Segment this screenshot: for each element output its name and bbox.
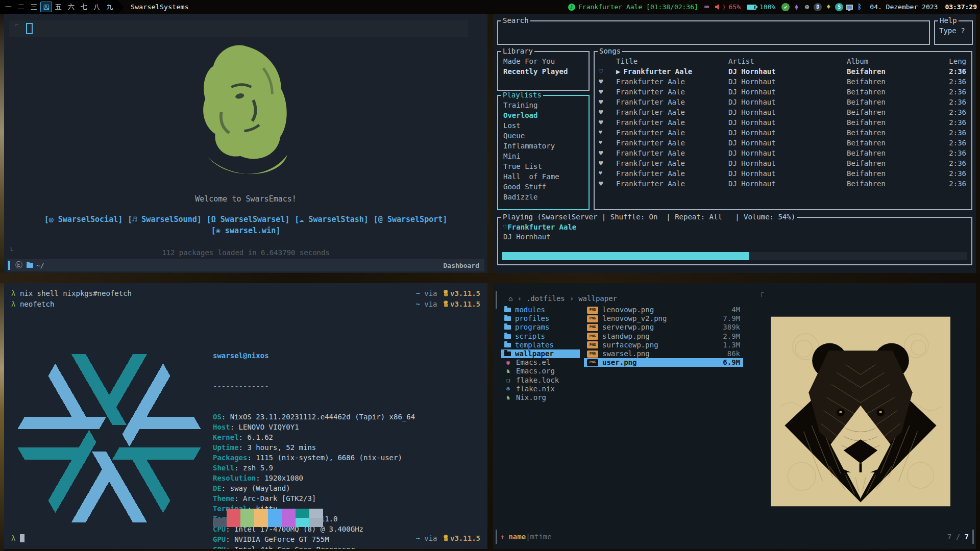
workspace-1[interactable]: 一 (2, 2, 15, 12)
dir-row-flake.nix[interactable]: ❄flake.nix (501, 385, 580, 393)
chevron-icon: › (517, 294, 521, 303)
liked-heart-icon[interactable]: ♥ (599, 77, 616, 87)
workspace-4[interactable]: 四 (40, 2, 52, 12)
liked-heart-icon[interactable]: ♥ (599, 179, 616, 189)
playlist-item[interactable]: Overload (503, 110, 589, 120)
progress-track[interactable] (502, 252, 967, 260)
bluetooth-icon[interactable]: ᛒ (855, 3, 864, 11)
song-row[interactable]: ♥Frankfurter AaleDJ HornhautBeifahren2:3… (595, 138, 971, 148)
playlist-item[interactable]: Inflammatory (503, 141, 589, 151)
song-row[interactable]: ♥Frankfurter AaleDJ HornhautBeifahren2:3… (595, 128, 971, 138)
dir-row-Nix.org[interactable]: ♞Nix.org (501, 393, 580, 402)
sort-alt-key[interactable]: |mtime (526, 533, 552, 541)
sort-key[interactable]: name (508, 533, 526, 541)
song-row[interactable]: ♥Frankfurter AaleDJ HornhautBeifahren2:3… (595, 168, 971, 179)
display-icon[interactable] (846, 5, 853, 10)
library-item[interactable]: Recently Played (503, 66, 589, 77)
song-length: 2:36 (947, 138, 966, 148)
file-row-standwp.png[interactable]: PNGstandwp.png2.9M (584, 332, 743, 341)
workspace-5[interactable]: 五 (52, 2, 65, 12)
now-playing-module[interactable]: ♪ Frankfurter Aale [01:38/02:36] (568, 3, 698, 11)
song-title: Frankfurter Aale (616, 77, 728, 87)
bird-icon[interactable]: ♦ (824, 3, 832, 11)
playlist-item[interactable]: Good Stuff (503, 182, 589, 192)
sort-direction-icon[interactable]: ↑ (500, 533, 504, 541)
discord-icon[interactable]: D (814, 3, 822, 11)
workspace-7[interactable]: 七 (78, 2, 90, 12)
scrollbar[interactable] (496, 530, 497, 544)
updates-check-icon[interactable]: ✔ (781, 3, 790, 11)
workspace-8[interactable]: 八 (90, 2, 103, 12)
file-row-serverwp.png[interactable]: PNGserverwp.png389k (584, 323, 743, 332)
dashboard-link-4[interactable]: [☁ SwarselStash] (295, 215, 369, 224)
dashboard-link-2[interactable]: [♬ SwarselSound] (128, 215, 202, 224)
scrollbar[interactable] (496, 291, 497, 309)
liked-heart-icon[interactable]: ♥ (599, 168, 616, 179)
dir-row-profiles[interactable]: profiles (501, 314, 580, 323)
file-row-user.png[interactable]: PNGuser.png6.9M (584, 358, 743, 367)
breadcrumb-dotfiles[interactable]: .dotfiles (526, 294, 565, 303)
song-row[interactable]: ♡▶Frankfurter AaleDJ HornhautBeifahren2:… (595, 66, 971, 77)
file-row-lenovowp.png[interactable]: PNGlenovowp.png4M (584, 306, 743, 314)
workspace-9[interactable]: 九 (103, 2, 116, 12)
terminal-window[interactable]: λ nix shell nixpkgs#neofetch ~ via v3.11… (4, 283, 487, 549)
playlist-item[interactable]: Hall of Fame (503, 171, 589, 182)
song-row[interactable]: ♥Frankfurter AaleDJ HornhautBeifahren2:3… (595, 148, 971, 158)
home-icon[interactable]: ⌂ (508, 294, 512, 303)
dir-row-modules[interactable]: modules (501, 306, 580, 314)
volume-module[interactable]: ) 65% (715, 3, 741, 11)
search-box[interactable]: Search (497, 20, 930, 45)
dashboard-link-5[interactable]: [@ SwarselSport] (374, 215, 448, 224)
dir-name: Emacs.el (516, 358, 550, 367)
liked-heart-icon[interactable]: ♥ (599, 138, 616, 148)
breadcrumb-wallpaper[interactable]: wallpaper (578, 294, 617, 303)
workspace-3[interactable]: 三 (28, 2, 40, 12)
song-row[interactable]: ♥Frankfurter AaleDJ HornhautBeifahren2:3… (595, 77, 971, 87)
song-row[interactable]: ♥Frankfurter AaleDJ HornhautBeifahren2:3… (595, 97, 971, 107)
emacs-header-line[interactable]: ⌐ (9, 20, 468, 37)
keyboard-icon[interactable]: ⌨ (704, 3, 709, 12)
shield-icon[interactable]: ⬧ (792, 3, 800, 11)
playlist-item[interactable]: Lost (503, 120, 589, 131)
dir-row-scripts[interactable]: scripts (501, 332, 580, 341)
dir-row-Emacs.org[interactable]: ♞Emacs.org (501, 367, 580, 375)
playlist-item[interactable]: Queue (503, 131, 589, 141)
dir-row-templates[interactable]: templates (501, 341, 580, 349)
file-row-swarsel.png[interactable]: PNGswarsel.png86k (584, 349, 743, 358)
playlist-item[interactable]: True List (503, 161, 589, 171)
library-item[interactable]: Made For You (503, 56, 589, 66)
file-row-surfacewp.png[interactable]: PNGsurfacewp.png1.3M (584, 341, 743, 349)
dir-row-programs[interactable]: programs (501, 323, 580, 332)
workspace-6[interactable]: 六 (65, 2, 78, 12)
dir-row-Emacs.el[interactable]: ◉Emacs.el (501, 358, 580, 367)
song-row[interactable]: ♥Frankfurter AaleDJ HornhautBeifahren2:3… (595, 87, 971, 97)
song-row[interactable]: ♥Frankfurter AaleDJ HornhautBeifahren2:3… (595, 117, 971, 128)
liked-heart-icon[interactable]: ♥ (599, 128, 616, 138)
song-row[interactable]: ♥Frankfurter AaleDJ HornhautBeifahren2:3… (595, 179, 971, 189)
swarsel-win-link[interactable]: [❀ swarsel.win] (211, 226, 280, 235)
dir-row-flake.lock[interactable]: ❏flake.lock (501, 376, 580, 385)
liked-heart-icon[interactable]: ♡ (599, 66, 616, 77)
dir-row-wallpaper[interactable]: wallpaper (501, 349, 580, 358)
snowflake-applet-icon[interactable]: ❆ (803, 3, 811, 11)
liked-heart-icon[interactable]: ♥ (599, 97, 616, 107)
playlist-item[interactable]: Mini (503, 151, 589, 161)
terminal-prompt-line[interactable]: λ ~ via v3.11.5 (4, 533, 487, 544)
playlist-item[interactable]: Training (503, 100, 589, 110)
liked-heart-icon[interactable]: ♥ (599, 107, 616, 117)
song-row[interactable]: ♥Frankfurter AaleDJ HornhautBeifahren2:3… (595, 107, 971, 117)
scrollbar[interactable] (972, 530, 974, 544)
song-row[interactable]: ♥Frankfurter AaleDJ HornhautBeifahren2:3… (595, 158, 971, 168)
liked-heart-icon[interactable]: ♥ (599, 148, 616, 158)
playlist-item[interactable]: Badizzle (503, 192, 589, 202)
dashboard-link-3[interactable]: [Ω SwarselSwarsel] (207, 215, 290, 224)
liked-heart-icon[interactable]: ♥ (599, 158, 616, 168)
workspace-2[interactable]: 二 (15, 2, 28, 12)
liked-heart-icon[interactable]: ♥ (599, 117, 616, 128)
syncthing-icon[interactable]: S (835, 3, 843, 11)
dashboard-link-1[interactable]: [◎ SwarselSocial] (44, 215, 123, 224)
battery-module[interactable]: 100% (747, 3, 775, 11)
file-row-lenovowp_v2.png[interactable]: PNGlenovowp_v2.png7.9M (584, 314, 743, 323)
liked-heart-icon[interactable]: ♥ (599, 87, 616, 97)
status-modules: ♪ Frankfurter Aale [01:38/02:36] ⌨ ) 65%… (568, 0, 980, 14)
